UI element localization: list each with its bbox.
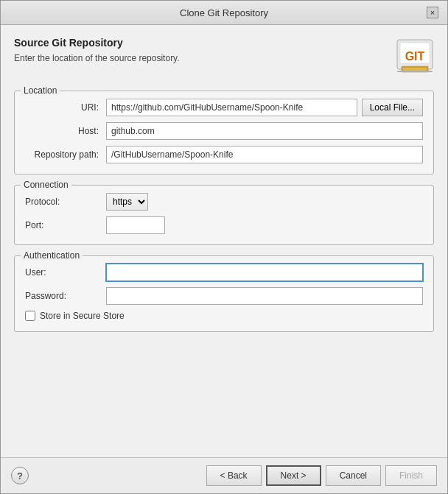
location-group-label: Location bbox=[21, 85, 60, 96]
header-title: Source Git Repository bbox=[14, 37, 387, 49]
svg-rect-5 bbox=[397, 71, 433, 72]
store-checkbox-label[interactable]: Store in Secure Store bbox=[40, 311, 125, 321]
header-text: Source Git Repository Enter the location… bbox=[14, 37, 387, 63]
protocol-row: Protocol: https http git ssh bbox=[25, 193, 423, 211]
next-button[interactable]: Next > bbox=[266, 465, 321, 486]
password-row: Password: bbox=[25, 287, 423, 305]
uri-input[interactable] bbox=[106, 99, 357, 116]
header-section: Source Git Repository Enter the location… bbox=[14, 37, 434, 79]
authentication-group: Authentication User: Password: Store in … bbox=[14, 255, 434, 332]
dialog-footer: ? < Back Next > Cancel Finish bbox=[1, 457, 447, 493]
back-button[interactable]: < Back bbox=[206, 465, 262, 486]
port-row: Port: bbox=[25, 216, 423, 234]
dialog-content: Source Git Repository Enter the location… bbox=[1, 25, 447, 457]
footer-left: ? bbox=[11, 467, 29, 484]
connection-group: Connection Protocol: https http git ssh … bbox=[14, 185, 434, 245]
user-input[interactable] bbox=[106, 264, 423, 281]
clone-git-dialog: Clone Git Repository × Source Git Reposi… bbox=[0, 0, 448, 494]
footer-right: < Back Next > Cancel Finish bbox=[206, 465, 437, 486]
authentication-group-label: Authentication bbox=[21, 250, 83, 261]
svg-text:GIT: GIT bbox=[405, 50, 425, 63]
repo-path-row: Repository path: bbox=[25, 146, 423, 163]
host-row: Host: bbox=[25, 122, 423, 140]
user-row: User: bbox=[25, 264, 423, 281]
connection-group-label: Connection bbox=[21, 180, 71, 190]
local-file-button[interactable]: Local File... bbox=[362, 99, 423, 116]
svg-rect-4 bbox=[403, 68, 427, 71]
uri-label: URI: bbox=[25, 102, 106, 113]
port-input[interactable] bbox=[106, 216, 165, 234]
header-subtitle: Enter the location of the source reposit… bbox=[14, 53, 387, 63]
store-checkbox-row: Store in Secure Store bbox=[25, 311, 423, 321]
uri-input-row: Local File... bbox=[106, 99, 423, 116]
protocol-label: Protocol: bbox=[25, 197, 106, 207]
port-label: Port: bbox=[25, 220, 106, 230]
dialog-title: Clone Git Repository bbox=[21, 7, 427, 18]
protocol-select[interactable]: https http git ssh bbox=[106, 193, 148, 211]
location-group: Location URI: Local File... Host: Reposi… bbox=[14, 91, 434, 174]
uri-row: URI: Local File... bbox=[25, 99, 423, 116]
user-label: User: bbox=[25, 267, 106, 278]
host-input[interactable] bbox=[106, 122, 423, 140]
cancel-button[interactable]: Cancel bbox=[326, 465, 381, 486]
git-icon: GIT bbox=[396, 38, 434, 79]
repo-path-input[interactable] bbox=[106, 146, 423, 163]
title-bar: Clone Git Repository × bbox=[1, 1, 447, 25]
host-label: Host: bbox=[25, 126, 106, 136]
finish-button[interactable]: Finish bbox=[385, 465, 437, 486]
password-input[interactable] bbox=[106, 287, 423, 305]
password-label: Password: bbox=[25, 291, 106, 301]
store-checkbox[interactable] bbox=[25, 311, 35, 321]
help-button[interactable]: ? bbox=[11, 467, 29, 484]
close-button[interactable]: × bbox=[427, 7, 438, 18]
repo-path-label: Repository path: bbox=[25, 149, 106, 160]
